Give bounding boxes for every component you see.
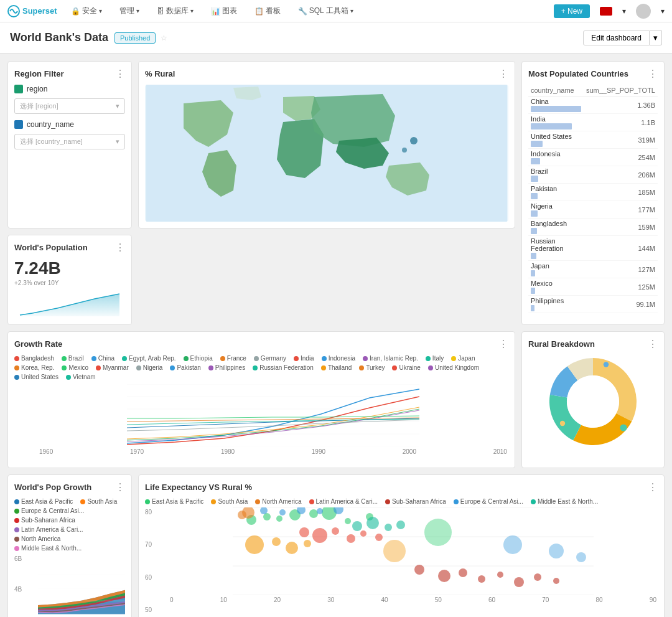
- growth-rate-menu[interactable]: ⋮: [498, 338, 508, 350]
- legend-item: South Asia: [80, 498, 117, 505]
- rural-breakdown-title: Rural Breakdown: [528, 339, 595, 349]
- growth-rate-legend: BangladeshBrazilChinaEgypt, Arab Rep.Eth…: [14, 355, 508, 380]
- le-legend: East Asia & PacificSouth AsiaNorth Ameri…: [145, 498, 658, 505]
- table-row: India 1.1B: [528, 114, 658, 131]
- legend-item: Brazil: [62, 355, 84, 362]
- legend-item: Indonesia: [322, 355, 355, 362]
- region-filter-menu[interactable]: ⋮: [115, 68, 125, 80]
- legend-item: Germany: [254, 355, 286, 362]
- growth-chart-wrapper: 196019701980199020002010: [14, 384, 508, 466]
- svg-point-56: [366, 517, 379, 529]
- legend-item: Middle East & North...: [14, 545, 82, 552]
- growth-chart: [38, 384, 508, 446]
- svg-point-63: [576, 552, 586, 562]
- table-row: Philippines 99.1M: [528, 296, 658, 313]
- user-menu-chevron[interactable]: ▾: [661, 7, 665, 16]
- le-title: Life Expectancy VS Rural %: [145, 483, 252, 492]
- svg-point-26: [309, 509, 318, 518]
- country-filter-label: country_name: [27, 120, 74, 129]
- published-badge: Published: [114, 32, 156, 44]
- svg-point-54: [375, 534, 383, 541]
- population-panel: World's Population ⋮ 7.24B +2.3% over 10…: [7, 235, 132, 325]
- table-row: United States 319M: [528, 131, 658, 149]
- region-filter-panel: Region Filter ⋮ region 选择 [region]▾ coun…: [7, 61, 132, 228]
- legend-item: Russian Federation: [253, 364, 314, 371]
- nav-sql[interactable]: 🔧SQL 工具箱▾: [294, 3, 357, 19]
- svg-point-57: [385, 524, 392, 531]
- region-select[interactable]: 选择 [region]▾: [14, 98, 125, 114]
- legend-item: France: [220, 355, 246, 362]
- nav-data[interactable]: 🗄数据库▾: [153, 3, 197, 19]
- table-row: Bangladesh 159M: [528, 219, 658, 236]
- legend-item: Sub-Saharan Africa: [385, 498, 446, 505]
- language-flag[interactable]: [600, 7, 612, 16]
- rural-breakdown-menu[interactable]: ⋮: [648, 338, 658, 350]
- svg-point-38: [497, 572, 503, 578]
- favorite-star-icon[interactable]: ☆: [161, 34, 167, 42]
- map-panel: % Rural ⋮: [138, 61, 515, 228]
- growth-rate-title: Growth Rate: [14, 339, 62, 349]
- le-bubble-chart: [169, 507, 658, 595]
- legend-item: Thailand: [321, 364, 352, 371]
- legend-item: Iran, Islamic Rep.: [363, 355, 418, 362]
- svg-point-37: [478, 575, 485, 583]
- edit-dropdown-button[interactable]: ▾: [650, 30, 662, 45]
- country-select[interactable]: 选择 [country_name]▾: [14, 134, 125, 149]
- population-menu[interactable]: ⋮: [115, 242, 125, 253]
- population-title: World's Population: [14, 243, 88, 252]
- growth-rate-panel: Growth Rate ⋮ BangladeshBrazilChinaEgypt…: [7, 331, 515, 468]
- le-menu[interactable]: ⋮: [648, 481, 658, 493]
- legend-item: China: [91, 355, 114, 362]
- wpg-chart: [38, 554, 125, 617]
- legend-item: Japan: [451, 355, 475, 362]
- edit-dashboard-button[interactable]: Edit dashboard: [583, 31, 650, 45]
- col-country: country_name: [528, 85, 584, 97]
- user-avatar[interactable]: [636, 4, 651, 19]
- country-filter-row: country_name: [14, 120, 125, 129]
- legend-item: East Asia & Pacific: [14, 498, 73, 505]
- nav-charts[interactable]: 📊图表: [207, 3, 241, 19]
- legend-item: Bangladesh: [14, 355, 54, 362]
- table-row: Nigeria 177M: [528, 201, 658, 219]
- nav-manage[interactable]: 管理▾: [116, 3, 143, 19]
- legend-item: Myanmar: [96, 364, 129, 371]
- table-row: Brazil 206M: [528, 166, 658, 184]
- most-populated-table: country_name sum__SP_POP_TOTL China 1.36…: [528, 85, 658, 315]
- svg-point-49: [299, 527, 309, 537]
- wpg-menu[interactable]: ⋮: [115, 481, 125, 493]
- population-change: +2.3% over 10Y: [14, 280, 125, 286]
- svg-point-55: [352, 521, 362, 531]
- svg-point-62: [549, 544, 564, 558]
- map-menu[interactable]: ⋮: [498, 68, 508, 80]
- map-container: [145, 85, 508, 222]
- wpg-y-axis: 6B4B2B0: [14, 554, 36, 617]
- svg-point-52: [347, 534, 355, 543]
- page-title: World Bank's Data: [10, 31, 108, 44]
- legend-item: Vietnam: [66, 374, 96, 380]
- svg-point-53: [360, 530, 366, 537]
- user-dropdown[interactable]: ▾: [622, 7, 626, 16]
- most-populated-menu[interactable]: ⋮: [648, 68, 658, 80]
- svg-point-2: [410, 137, 418, 144]
- svg-point-51: [332, 527, 339, 535]
- new-button[interactable]: + New: [554, 4, 590, 18]
- table-row: Ethiopia 97M: [528, 313, 658, 316]
- legend-item: Europe & Central Asi...: [14, 507, 84, 514]
- nav-dashboards[interactable]: 📋看板: [251, 3, 284, 19]
- world-pop-growth-panel: World's Pop Growth ⋮ East Asia & Pacific…: [7, 474, 132, 617]
- legend-item: Nigeria: [136, 364, 163, 371]
- svg-point-36: [459, 568, 467, 577]
- wpg-title: World's Pop Growth: [14, 483, 91, 492]
- svg-point-58: [396, 520, 405, 529]
- svg-point-50: [312, 528, 327, 543]
- legend-item: Italy: [426, 355, 444, 362]
- svg-point-10: [567, 375, 619, 428]
- svg-point-13: [604, 362, 609, 367]
- nav-security[interactable]: 🔒安全▾: [67, 3, 106, 19]
- region-filter-label: region: [27, 85, 47, 93]
- svg-point-24: [276, 516, 282, 522]
- wpg-chart-wrapper: 6B4B2B0: [14, 554, 125, 617]
- table-row: China 1.36B: [528, 97, 658, 114]
- svg-point-12: [560, 421, 565, 426]
- country-table: country_name sum__SP_POP_TOTL China 1.36…: [528, 85, 658, 315]
